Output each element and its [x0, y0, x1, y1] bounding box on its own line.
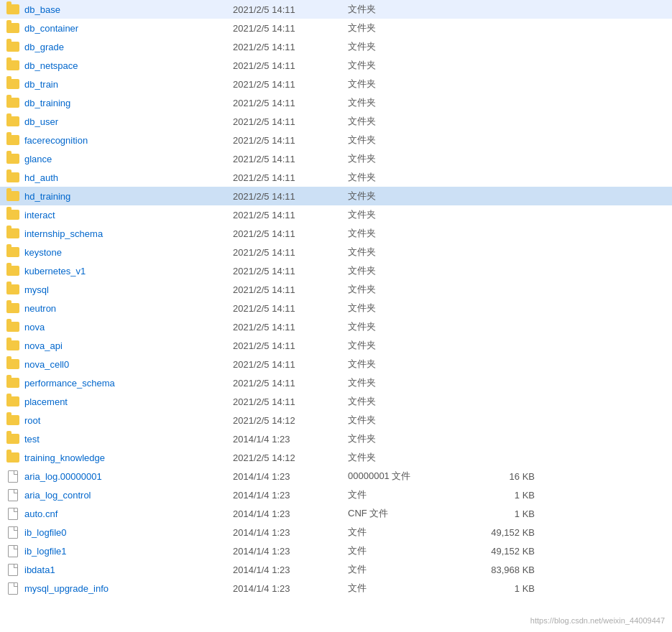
file-date: 2021/2/5 14:11 [233, 359, 348, 370]
file-icon [6, 562, 20, 577]
file-name: db_grade [24, 42, 233, 52]
file-type: 文件 [348, 526, 463, 539]
file-date: 2021/2/5 14:11 [233, 191, 348, 202]
folder-icon [6, 264, 20, 278]
file-date: 2021/2/5 14:11 [233, 116, 348, 127]
folder-icon [6, 40, 20, 54]
list-item[interactable]: ib_logfile02014/1/4 1:23文件49,152 KB [0, 523, 672, 542]
file-type: CNF 文件 [348, 507, 463, 520]
list-item[interactable]: ibdata12014/1/4 1:23文件83,968 KB [0, 560, 672, 579]
list-item[interactable]: ib_logfile12014/1/4 1:23文件49,152 KB [0, 542, 672, 560]
file-name: hd_auth [24, 172, 233, 183]
file-type: 文件夹 [348, 246, 463, 259]
list-item[interactable]: nova_api2021/2/5 14:11文件夹 [0, 336, 672, 355]
file-date: 2021/2/5 14:11 [233, 79, 348, 90]
list-item[interactable]: placement2021/2/5 14:11文件夹 [0, 392, 672, 411]
file-type: 文件夹 [348, 59, 463, 72]
file-date: 2021/2/5 14:11 [233, 98, 348, 108]
file-name: db_train [24, 79, 233, 90]
file-name: interact [24, 210, 233, 220]
list-item[interactable]: db_grade2021/2/5 14:11文件夹 [0, 37, 672, 56]
file-list: db_base2021/2/5 14:11文件夹db_container2021… [0, 0, 672, 598]
file-type: 文件夹 [348, 190, 463, 203]
list-item[interactable]: db_user2021/2/5 14:11文件夹 [0, 112, 672, 131]
list-item[interactable]: training_knowledge2021/2/5 14:12文件夹 [0, 448, 672, 467]
list-item[interactable]: db_base2021/2/5 14:11文件夹 [0, 0, 672, 19]
list-item[interactable]: db_train2021/2/5 14:11文件夹 [0, 75, 672, 93]
file-date: 2021/2/5 14:11 [233, 154, 348, 164]
file-name: auto.cnf [24, 508, 233, 519]
list-item[interactable]: db_netspace2021/2/5 14:11文件夹 [0, 56, 672, 75]
list-item[interactable]: hd_training2021/2/5 14:11文件夹 [0, 187, 672, 205]
folder-icon [6, 152, 20, 166]
file-date: 2021/2/5 14:11 [233, 172, 348, 183]
list-item[interactable]: mysql_upgrade_info2014/1/4 1:23文件1 KB [0, 579, 672, 598]
file-type: 文件夹 [348, 3, 463, 16]
list-item[interactable]: glance2021/2/5 14:11文件夹 [0, 149, 672, 168]
list-item[interactable]: performance_schema2021/2/5 14:11文件夹 [0, 373, 672, 392]
list-item[interactable]: internship_schema2021/2/5 14:11文件夹 [0, 224, 672, 243]
file-type: 文件夹 [348, 358, 463, 371]
file-type: 文件夹 [348, 227, 463, 240]
list-item[interactable]: interact2021/2/5 14:11文件夹 [0, 205, 672, 224]
file-name: root [24, 415, 233, 426]
list-item[interactable]: aria_log_control2014/1/4 1:23文件1 KB [0, 485, 672, 504]
file-icon [6, 544, 20, 558]
list-item[interactable]: facerecognition2021/2/5 14:11文件夹 [0, 131, 672, 149]
file-type: 文件夹 [348, 376, 463, 389]
file-size: 1 KB [463, 490, 549, 501]
file-type: 文件夹 [348, 171, 463, 184]
file-date: 2021/2/5 14:11 [233, 284, 348, 295]
file-date: 2021/2/5 14:11 [233, 210, 348, 220]
list-item[interactable]: root2021/2/5 14:12文件夹 [0, 411, 672, 429]
file-name: keystone [24, 247, 233, 258]
file-date: 2021/2/5 14:11 [233, 340, 348, 351]
file-type: 文件夹 [348, 134, 463, 147]
folder-icon [6, 58, 20, 73]
file-name: placement [24, 396, 233, 407]
file-type: 文件夹 [348, 339, 463, 352]
file-name: ib_logfile0 [24, 527, 233, 538]
file-date: 2014/1/4 1:23 [233, 471, 348, 482]
file-name: db_netspace [24, 60, 233, 71]
list-item[interactable]: db_training2021/2/5 14:11文件夹 [0, 93, 672, 112]
list-item[interactable]: auto.cnf2014/1/4 1:23CNF 文件1 KB [0, 504, 672, 523]
list-item[interactable]: nova2021/2/5 14:11文件夹 [0, 317, 672, 336]
list-item[interactable]: mysql2021/2/5 14:11文件夹 [0, 280, 672, 299]
file-name: db_base [24, 4, 233, 15]
folder-icon [6, 77, 20, 91]
file-date: 2014/1/4 1:23 [233, 508, 348, 519]
file-name: nova_cell0 [24, 359, 233, 370]
file-date: 2021/2/5 14:11 [233, 42, 348, 52]
list-item[interactable]: kubernetes_v12021/2/5 14:11文件夹 [0, 261, 672, 280]
file-type: 文件夹 [348, 451, 463, 464]
file-date: 2021/2/5 14:11 [233, 228, 348, 239]
list-item[interactable]: keystone2021/2/5 14:11文件夹 [0, 243, 672, 261]
file-name: db_user [24, 116, 233, 127]
file-type: 文件夹 [348, 264, 463, 277]
file-icon [6, 506, 20, 521]
list-item[interactable]: hd_auth2021/2/5 14:11文件夹 [0, 168, 672, 187]
file-name: kubernetes_v1 [24, 266, 233, 276]
file-date: 2021/2/5 14:11 [233, 60, 348, 71]
file-size: 1 KB [463, 508, 549, 519]
folder-icon [6, 282, 20, 297]
file-name: ibdata1 [24, 564, 233, 575]
list-item[interactable]: nova_cell02021/2/5 14:11文件夹 [0, 355, 672, 373]
file-date: 2021/2/5 14:11 [233, 247, 348, 258]
list-item[interactable]: aria_log.000000012014/1/4 1:2300000001 文… [0, 467, 672, 485]
folder-icon [6, 394, 20, 409]
list-item[interactable]: neutron2021/2/5 14:11文件夹 [0, 299, 672, 317]
file-date: 2021/2/5 14:12 [233, 415, 348, 426]
file-icon [6, 469, 20, 483]
file-type: 文件夹 [348, 96, 463, 109]
file-name: aria_log_control [24, 490, 233, 501]
file-type: 文件夹 [348, 395, 463, 408]
file-type: 文件夹 [348, 208, 463, 221]
file-type: 文件夹 [348, 22, 463, 34]
list-item[interactable]: test2014/1/4 1:23文件夹 [0, 429, 672, 448]
file-name: mysql_upgrade_info [24, 583, 233, 594]
file-type: 文件夹 [348, 320, 463, 333]
file-date: 2021/2/5 14:11 [233, 266, 348, 276]
list-item[interactable]: db_container2021/2/5 14:11文件夹 [0, 19, 672, 37]
